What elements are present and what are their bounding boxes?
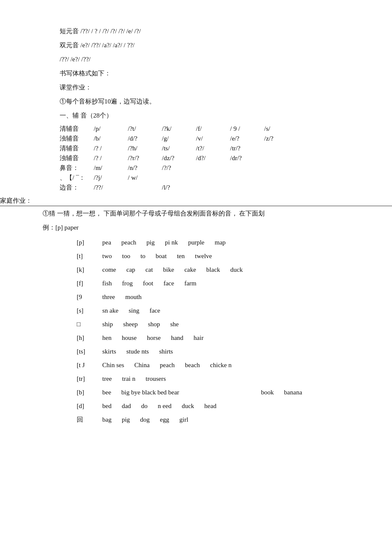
phoneme-label: [b] — [77, 386, 102, 399]
line-xiezhi: 书写体格式如下： — [60, 68, 392, 79]
consonant-item: /?k/ — [162, 124, 196, 134]
word-list: shipsheepshopshe — [102, 318, 179, 331]
word-row: [ts]skirtsstude ntsshirts — [77, 345, 392, 358]
consonant-item: /l/? — [162, 183, 196, 193]
consonant-item — [264, 163, 298, 173]
word: come — [102, 263, 116, 276]
phoneme-label: [9 — [77, 290, 102, 303]
word: farm — [184, 277, 196, 290]
word-list: comecapcatbikecakeblackduck — [102, 263, 243, 276]
word: face — [150, 304, 160, 317]
word-row: [f]fishfrogfootfacefarm — [77, 277, 392, 290]
consonant-item: / w/ — [128, 173, 162, 183]
word-row: [tr]treetrai ntrousers — [77, 372, 392, 385]
consonant-row: 清辅音/? //?h//ts//t?//tr/? — [60, 144, 298, 153]
page: 短元音 /??/ / ? / /?/ /?/ /?/ /e/ /?/ 双元音 /… — [0, 17, 392, 434]
word: peach — [121, 236, 136, 249]
word-list: Chin sesChinapeachbeachchicke n — [102, 359, 231, 371]
word: shop — [148, 318, 160, 331]
word: beach — [185, 359, 200, 371]
word: head — [205, 400, 216, 412]
consonant-item: /d/? — [128, 134, 162, 144]
word-row: [s]sn akesingface — [77, 304, 392, 317]
top-section: 短元音 /??/ / ? / /?/ /?/ /?/ /e/ /?/ 双元音 /… — [60, 26, 392, 121]
word: tree — [102, 372, 112, 385]
word-row: □shipsheepshopshe — [77, 318, 392, 331]
word-list: beebig bye black bed bearbookbanana — [102, 386, 302, 399]
word: hen — [102, 331, 112, 344]
word: too — [122, 250, 130, 262]
consonant-item: /?t/ — [128, 124, 162, 134]
word: shirts — [159, 345, 173, 358]
homework-header: 家庭作业： — [0, 197, 392, 206]
word-list: fishfrogfootfacefarm — [102, 277, 196, 290]
consonant-item: /e/? — [230, 134, 264, 144]
word: sheep — [123, 318, 138, 331]
word: bed — [102, 400, 112, 412]
word: to — [141, 250, 146, 262]
consonant-item: / 9 / — [230, 124, 264, 134]
word-list: treetrai ntrousers — [102, 372, 166, 385]
word: hand — [171, 331, 183, 344]
consonant-item: /f/ — [196, 124, 230, 134]
consonant-item: /p/ — [94, 124, 128, 134]
word: banana — [284, 386, 302, 399]
consonant-item: /?r/? — [128, 153, 162, 163]
consonant-row: 清辅音/p//?t//?k//f// 9 //s/ — [60, 124, 298, 134]
word: pi nk — [165, 236, 178, 249]
word-list: beddaddon eedduckhead — [102, 400, 216, 412]
consonant-item: /dz/? — [162, 153, 196, 163]
word: cat — [145, 263, 153, 276]
word: boat — [156, 250, 167, 262]
word: hair — [193, 331, 203, 344]
word: big bye black bed bear — [121, 386, 179, 399]
word-grid: [p]peapeachpigpi nkpurplemap[t]twotootob… — [77, 236, 392, 426]
consonant-item: /z/? — [264, 134, 298, 144]
word: sn ake — [102, 304, 118, 317]
word: ship — [102, 318, 113, 331]
homework-label: 家庭作业： — [0, 197, 32, 205]
consonant-label: 浊辅音 — [60, 134, 94, 144]
word: pig — [122, 413, 130, 426]
word: fish — [102, 277, 112, 290]
word-row: [b]beebig bye black bed bearbookbanana — [77, 386, 392, 399]
consonant-item — [196, 163, 230, 173]
word: mouth — [125, 290, 141, 303]
word: cake — [184, 263, 196, 276]
consonant-item: /g/ — [162, 134, 196, 144]
consonant-item: /tr/? — [230, 144, 264, 153]
consonant-label: 鼻音： — [60, 163, 94, 173]
consonant-table: 清辅音/p//?t//?k//f// 9 //s/浊辅音/b//d/?/g//v… — [60, 124, 298, 193]
phoneme-label: [t] — [77, 250, 102, 262]
word-row: [t]twotootoboattentwelve — [77, 250, 392, 262]
word: chicke n — [210, 359, 231, 371]
word-list: twotootoboattentwelve — [102, 250, 212, 262]
homework-section: 家庭作业： ①猜 一猜，想一想， 下面单词那个子母或子母组合发刚面音标的音， 在… — [0, 197, 392, 426]
word-row: [t JChin sesChinapeachbeachchicke n — [77, 359, 392, 371]
consonant-label: 、【/ ¯： — [60, 173, 94, 183]
consonant-item: /??/ — [94, 183, 128, 193]
consonant-row: 浊辅音/b//d/?/g//v//e/?/z/? — [60, 134, 298, 144]
word: purple — [188, 236, 204, 249]
line-shuangyuanyin: 双元音 /e?/ /??/ /a?/ /a?/ / ??/ — [60, 40, 392, 51]
consonant-item: /dr/? — [230, 153, 264, 163]
word: two — [102, 250, 112, 262]
word: stude nts — [127, 345, 149, 358]
word: three — [102, 290, 115, 303]
consonant-item: /n/? — [128, 163, 162, 173]
line-fuyin: 一、辅 音（28个） — [60, 110, 392, 121]
consonant-label: 浊辅音 — [60, 153, 94, 163]
consonant-item: /?h/ — [128, 144, 162, 153]
word: book — [261, 386, 274, 399]
consonant-item — [264, 153, 298, 163]
phoneme-label: 回 — [77, 413, 102, 426]
phoneme-label: [tr] — [77, 372, 102, 385]
consonant-item: /t?/ — [196, 144, 230, 153]
consonant-item — [264, 144, 298, 153]
consonant-label: 清辅音 — [60, 144, 94, 153]
phoneme-label: □ — [77, 318, 102, 331]
word-list: threemouth — [102, 290, 141, 303]
word-list: henhousehorsehandhair — [102, 331, 204, 344]
consonant-item: /v/ — [196, 134, 230, 144]
word: house — [122, 331, 137, 344]
